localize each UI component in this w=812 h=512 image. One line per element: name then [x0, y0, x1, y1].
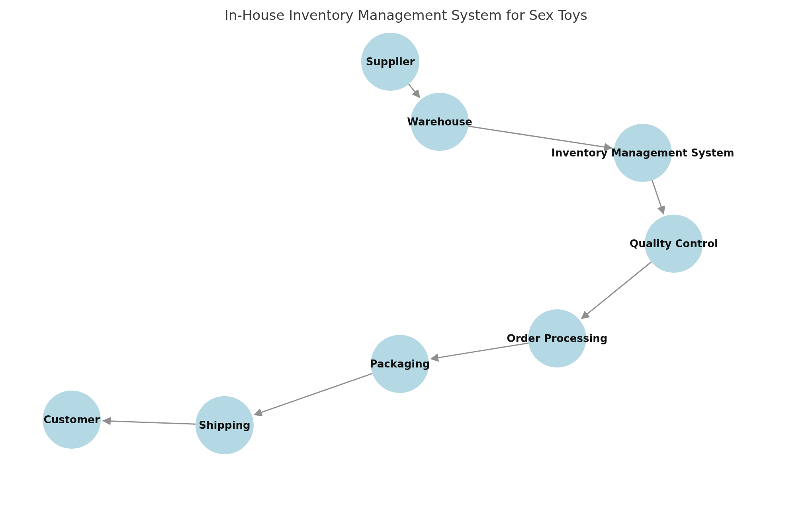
label-warehouse: Warehouse	[407, 116, 472, 128]
edge-packaging-to-shipping	[254, 373, 373, 415]
label-order: Order Processing	[507, 332, 608, 344]
label-qc: Quality Control	[630, 238, 718, 250]
edge-warehouse-to-ims	[468, 126, 612, 148]
label-ims: Inventory Management System	[551, 147, 734, 159]
edge-ims-to-qc	[652, 180, 664, 214]
edge-shipping-to-customer	[103, 421, 196, 424]
edge-order-to-packaging	[431, 343, 528, 359]
label-customer: Customer	[44, 414, 100, 426]
edge-supplier-to-warehouse	[409, 84, 420, 98]
label-shipping: Shipping	[199, 419, 250, 431]
edge-qc-to-order	[581, 262, 651, 319]
label-supplier: Supplier	[366, 56, 415, 68]
label-packaging: Packaging	[370, 358, 430, 370]
diagram-canvas: In-House Inventory Management System for…	[0, 0, 812, 512]
diagram-title: In-House Inventory Management System for…	[0, 7, 812, 23]
